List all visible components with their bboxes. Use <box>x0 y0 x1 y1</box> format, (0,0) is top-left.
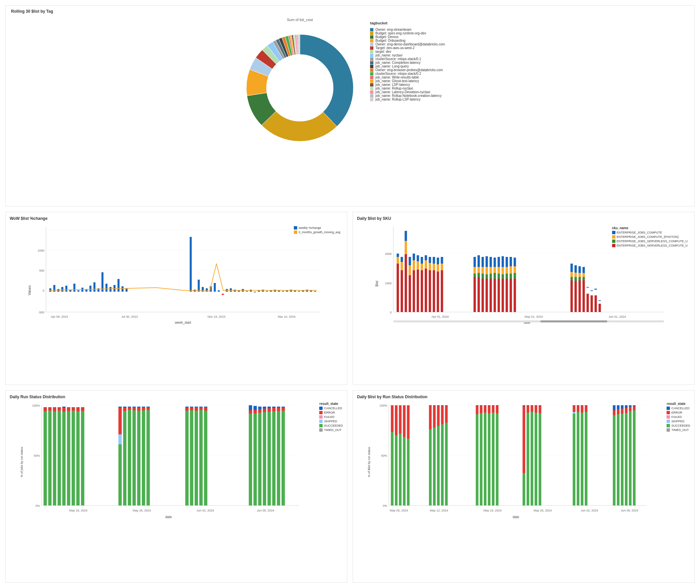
svg-rect-250 <box>146 407 150 410</box>
svg-rect-235 <box>123 408 126 411</box>
svg-rect-356 <box>531 405 533 406</box>
legend-item-3: Budget: Onboarding <box>370 39 464 42</box>
donut-subtitle: Sum of list_cost <box>287 18 313 22</box>
svg-rect-335 <box>480 405 482 406</box>
legend-text-10: job_name: Long-query <box>375 64 409 68</box>
svg-rect-149 <box>502 274 504 279</box>
list-run-legend-color-1 <box>667 407 670 410</box>
legend-color-6 <box>370 50 373 53</box>
svg-text:May 26, 2024: May 26, 2024 <box>133 509 151 512</box>
run-legend-label-6: TIMED_OUT <box>324 428 341 432</box>
svg-rect-24 <box>74 284 76 292</box>
sku-legend-1: ENTERPRISE_JOBS_COMPUTE <box>612 231 688 234</box>
svg-rect-38 <box>190 237 192 292</box>
svg-rect-362 <box>539 405 541 406</box>
list-run-legend-2: ERROR <box>667 411 690 414</box>
svg-rect-126 <box>478 277 480 312</box>
svg-rect-33 <box>110 287 112 292</box>
svg-rect-231 <box>118 408 122 434</box>
svg-text:100%: 100% <box>379 404 387 407</box>
svg-rect-151 <box>506 257 508 267</box>
svg-rect-155 <box>510 257 512 266</box>
svg-rect-357 <box>531 406 533 412</box>
svg-rect-385 <box>621 409 623 414</box>
svg-rect-355 <box>527 413 529 505</box>
svg-rect-209 <box>53 407 56 408</box>
svg-rect-180 <box>587 294 589 312</box>
list-run-legend-color-5 <box>667 424 670 427</box>
svg-rect-228 <box>81 408 84 411</box>
svg-rect-325 <box>437 426 440 505</box>
legend-color-0 <box>370 28 373 31</box>
run-legend-color-1 <box>319 407 323 410</box>
run-legend-label-5: SUCCEEDED <box>324 424 343 427</box>
svg-rect-36 <box>122 286 124 292</box>
svg-rect-187 <box>393 320 664 322</box>
svg-rect-65 <box>298 291 300 292</box>
svg-rect-240 <box>132 407 136 407</box>
list-run-legend-1: CANCELLED <box>667 407 690 410</box>
svg-rect-378 <box>613 405 615 410</box>
svg-rect-69 <box>314 291 316 292</box>
svg-rect-115 <box>437 272 439 312</box>
legend-color-10 <box>370 65 373 68</box>
legend-text-15: job_name: LSP-latency <box>375 83 410 87</box>
svg-rect-281 <box>267 412 271 505</box>
svg-rect-390 <box>629 405 631 407</box>
svg-rect-124 <box>478 267 480 273</box>
svg-rect-236 <box>123 411 126 505</box>
svg-rect-371 <box>577 412 579 505</box>
run-legend-color-6 <box>319 428 323 432</box>
svg-rect-208 <box>48 411 51 505</box>
legend-color-14 <box>370 80 373 83</box>
svg-rect-277 <box>263 409 266 412</box>
legend-item-5: Target: dev-aws-us-west-2 <box>370 46 464 50</box>
legend-color-19 <box>370 98 373 101</box>
svg-rect-179 <box>587 287 589 288</box>
svg-text:0: 0 <box>390 311 391 314</box>
legend-text-3: Budget: Onboarding <box>375 39 405 42</box>
svg-rect-381 <box>617 405 619 409</box>
svg-rect-263 <box>199 410 203 505</box>
legend-text-7: job_name: nyctaxi <box>375 53 402 57</box>
svg-rect-32 <box>106 284 108 292</box>
svg-rect-321 <box>433 406 436 428</box>
svg-rect-254 <box>185 411 189 505</box>
svg-rect-184 <box>595 295 597 312</box>
svg-rect-112 <box>433 270 435 312</box>
svg-rect-268 <box>249 410 252 414</box>
svg-rect-326 <box>441 405 444 406</box>
svg-rect-90 <box>405 241 407 254</box>
legend-color-17 <box>370 91 373 94</box>
svg-rect-334 <box>476 414 478 505</box>
svg-rect-103 <box>421 270 423 312</box>
svg-rect-276 <box>263 407 266 409</box>
legend-color-15 <box>370 83 373 87</box>
run-legend-color-3 <box>319 415 323 419</box>
svg-rect-166 <box>571 280 573 312</box>
svg-rect-185 <box>599 300 601 301</box>
legend-text-17: job_name: Latency-Deviation-nyctaxi <box>375 90 430 94</box>
svg-text:50%: 50% <box>34 454 40 457</box>
svg-rect-342 <box>488 406 490 413</box>
svg-rect-237 <box>128 407 131 407</box>
svg-rect-316 <box>407 439 410 505</box>
svg-rect-145 <box>498 274 500 279</box>
svg-rect-273 <box>258 407 261 409</box>
svg-point-0 <box>266 54 333 121</box>
svg-rect-183 <box>595 289 597 290</box>
svg-rect-216 <box>62 408 66 412</box>
svg-rect-84 <box>397 257 399 264</box>
svg-rect-218 <box>67 407 70 408</box>
svg-rect-262 <box>199 407 203 410</box>
svg-rect-114 <box>437 264 439 272</box>
svg-text:Jun 09, 2024: Jun 09, 2024 <box>621 509 638 512</box>
svg-rect-144 <box>498 267 500 274</box>
svg-rect-307 <box>391 405 393 432</box>
legend-text-0: Owner: eng-streamteam <box>375 28 412 31</box>
sku-legend-color-1 <box>612 231 615 234</box>
svg-rect-369 <box>577 405 579 406</box>
svg-text:May 19, 2024: May 19, 2024 <box>69 509 88 512</box>
list-run-title: Daily $list by Run Status Distribution <box>357 395 690 399</box>
svg-rect-241 <box>132 407 136 410</box>
